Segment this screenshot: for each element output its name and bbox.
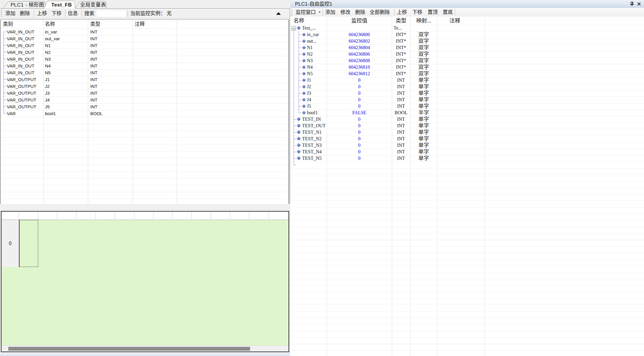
watch-row[interactable]: N5604236812INT*双字 (290, 70, 644, 77)
variable-name: J1 (45, 76, 50, 83)
column-header-comment[interactable]: 注释 (135, 20, 145, 28)
watch-row[interactable]: J50INT单字 (290, 103, 644, 109)
variable-row[interactable]: VAR_OUTPUTJ3INT (1, 90, 289, 96)
variable-type: INT (90, 76, 97, 83)
move-up-button[interactable]: 上移 (37, 9, 47, 19)
variable-row[interactable]: VARbool1BOOL (1, 110, 289, 117)
expand-collapse-box[interactable] (292, 26, 296, 30)
watch-mapping: 单字 (410, 142, 437, 149)
modify-button[interactable]: 修改 (340, 8, 350, 17)
watch-row[interactable]: J20INT单字 (290, 83, 644, 90)
column-header-name[interactable]: 名称 (294, 17, 304, 25)
watch-value: 604236804 (327, 44, 392, 51)
tree-branch (294, 165, 296, 165)
variable-row[interactable]: VAR_IN_OUTin_varINT (1, 28, 289, 35)
tree-branch (299, 48, 301, 48)
tab-label[interactable]: PLC1 - 梯形图 (11, 2, 44, 8)
close-icon[interactable] (637, 2, 641, 6)
watch-mapping: 单字 (410, 103, 437, 109)
watch-value: 604236812 (327, 70, 392, 77)
watch-type: INT (392, 103, 410, 109)
search-input[interactable] (96, 10, 126, 17)
watch-type: INT (392, 136, 410, 142)
variable-type: INT (90, 96, 97, 103)
scrollbar-thumb[interactable] (8, 347, 250, 351)
variable-row[interactable]: VAR_IN_OUTN3INT (1, 56, 289, 62)
ladder-grid-divider (172, 212, 173, 220)
watch-row[interactable]: bool1FALSEBOOL半字 (290, 109, 644, 116)
monitor-window-menu[interactable]: 监控窗口 (296, 8, 316, 17)
collapse-button[interactable] (274, 9, 283, 19)
watch-row[interactable]: N2604236806INT*双字 (290, 51, 644, 57)
add-button[interactable]: 添加 (325, 8, 335, 17)
delete-button[interactable]: 删除 (355, 8, 365, 17)
tree-branch (299, 67, 301, 67)
watch-row[interactable]: TEST_N40INT单字 (290, 149, 644, 155)
watch-row[interactable]: TEST_OUT0INT单字 (290, 123, 644, 129)
watch-name: TEST_IN (302, 116, 321, 123)
monitor-instance-label: 当前监控实例： (130, 9, 165, 19)
up-triangle-icon (276, 12, 281, 15)
watch-row[interactable]: TEST_N50INT单字 (290, 155, 644, 162)
variable-category: VAR_OUTPUT (7, 76, 36, 83)
toolbar-separator (128, 10, 128, 17)
pin-icon[interactable] (630, 1, 634, 7)
move-up-button[interactable]: 上移 (397, 8, 407, 17)
tab-label-active[interactable]: Test_FB (51, 2, 72, 8)
variable-row[interactable]: VAR_IN_OUTN5INT (1, 69, 289, 76)
watch-row[interactable]: TEST_N10INT单字 (290, 129, 644, 136)
column-header-category[interactable]: 类别 (3, 20, 13, 28)
watch-mapping: 单字 (410, 90, 437, 96)
variable-row[interactable]: VAR_IN_OUTN2INT (1, 49, 289, 56)
tree-branch (4, 66, 6, 66)
variable-row[interactable]: VAR_IN_OUTN1INT (1, 42, 289, 49)
column-header-comment[interactable]: 注释 (437, 17, 473, 25)
variable-row[interactable]: VAR_OUTPUTJ5INT (1, 103, 289, 110)
column-header-name[interactable]: 名称 (45, 20, 55, 28)
info-button[interactable]: 信息 (68, 9, 78, 19)
watch-row[interactable]: N4604236810INT*双字 (290, 64, 644, 70)
search-button[interactable]: 搜索 (84, 9, 94, 19)
watch-row[interactable]: J10INT单字 (290, 77, 644, 83)
ladder-selection-cell[interactable] (19, 220, 38, 267)
column-header-value[interactable]: 监控值 (327, 17, 392, 25)
variable-row[interactable]: VAR_IN_OUTN4INT (1, 62, 289, 69)
dropdown-caret-icon[interactable] (319, 12, 321, 13)
watch-row[interactable]: out...604236802INT*双字 (290, 38, 644, 44)
watch-row[interactable]: TEST_IN0INT单字 (290, 116, 644, 123)
tree-branch (294, 132, 296, 133)
watch-type: Te... (394, 25, 402, 31)
rung-number-gutter: 0 (1, 220, 19, 267)
delete-all-button[interactable]: 全部删除 (370, 8, 390, 17)
watch-row[interactable]: TEST_N30INT单字 (290, 142, 644, 149)
variable-row[interactable]: VAR_OUTPUTJ4INT (1, 96, 289, 103)
to-bottom-button[interactable]: 置底 (443, 8, 453, 17)
variable-row[interactable]: VAR_OUTPUTJ1INT (1, 76, 289, 83)
variable-row[interactable]: VAR_IN_OUTout_varINT (1, 35, 289, 42)
column-header-type[interactable]: 类型 (392, 17, 410, 25)
move-down-button[interactable]: 下移 (51, 9, 62, 19)
add-button[interactable]: 添加 (5, 9, 15, 19)
to-top-button[interactable]: 置顶 (428, 8, 438, 17)
column-header-type[interactable]: 类型 (90, 20, 100, 28)
watch-mapping: 单字 (410, 155, 437, 162)
watch-mapping: 单字 (410, 123, 437, 129)
watch-row[interactable]: J30INT单字 (290, 90, 644, 96)
move-down-button[interactable]: 下移 (412, 8, 422, 17)
variable-diamond-icon (302, 59, 306, 62)
watch-name: TEST_N3 (302, 142, 322, 149)
watch-row[interactable]: TEST_N20INT单字 (290, 136, 644, 142)
watch-row[interactable]: N3604236808INT*双字 (290, 57, 644, 64)
ladder-editor[interactable]: 0 (1, 211, 289, 352)
variable-row[interactable]: VAR_OUTPUTJ2INT (1, 83, 289, 90)
column-header-mapping[interactable]: 映射... (410, 17, 437, 25)
tab-label[interactable]: 全局变量表 (80, 2, 106, 8)
watch-row[interactable]: in_var604236800INT*双字 (290, 31, 644, 38)
delete-button[interactable]: 删除 (20, 9, 30, 19)
watch-row[interactable]: Test_...Te... (290, 25, 644, 31)
ladder-grid-divider (96, 212, 96, 220)
tree-branch (4, 73, 6, 73)
horizontal-scrollbar[interactable] (1, 345, 289, 352)
watch-row[interactable]: J40INT单字 (290, 96, 644, 103)
watch-row[interactable]: N1604236804INT*双字 (290, 44, 644, 51)
